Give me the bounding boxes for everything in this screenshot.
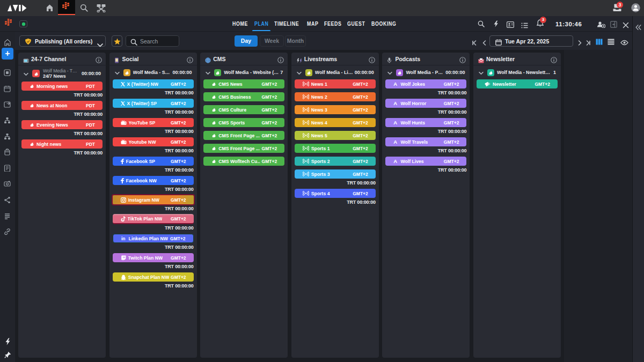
svg-text:A: A xyxy=(394,101,398,106)
svg-text:A: A xyxy=(394,159,398,164)
svg-text:A: A xyxy=(394,120,398,125)
svg-text:A: A xyxy=(394,82,398,86)
svg-text:in: in xyxy=(121,236,126,241)
svg-text:A: A xyxy=(394,139,398,144)
